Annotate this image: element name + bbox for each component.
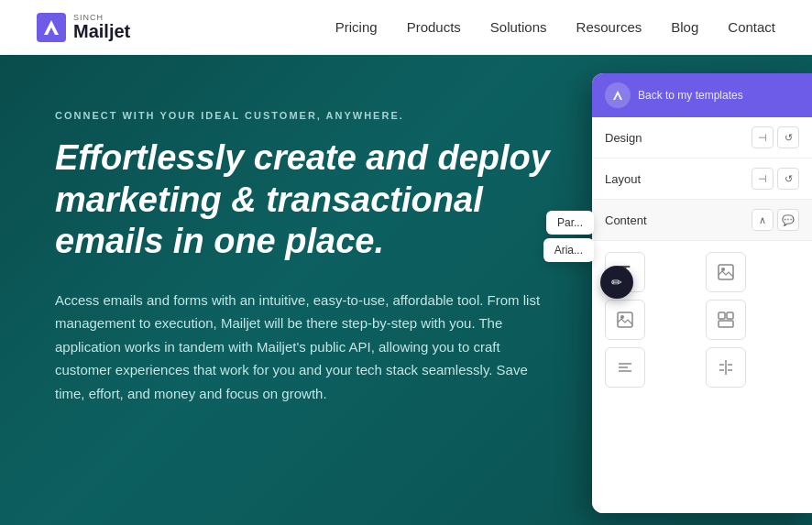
sidebar-item-content[interactable]: Content ∧ 💬 bbox=[592, 200, 812, 241]
hero-section: CONNECT WITH YOUR IDEAL CUSTOMER, ANYWHE… bbox=[0, 55, 812, 525]
tool-distribute-btn[interactable] bbox=[706, 347, 746, 388]
sidebar-content-controls: ∧ 💬 bbox=[752, 209, 799, 231]
tool-image-btn[interactable] bbox=[706, 252, 746, 292]
logo[interactable]: SINCH Mailjet bbox=[37, 13, 130, 42]
app-header: Back to my templates bbox=[592, 73, 812, 117]
svg-rect-7 bbox=[719, 312, 725, 319]
app-logo-icon bbox=[605, 82, 631, 108]
hero-eyebrow: CONNECT WITH YOUR IDEAL CUSTOMER, ANYWHE… bbox=[55, 110, 568, 121]
edit-button[interactable]: ✏ bbox=[600, 266, 633, 299]
nav-links: Pricing Products Solutions Resources Blo… bbox=[335, 19, 775, 35]
sidebar-item-layout[interactable]: Layout ⊣ ↺ bbox=[592, 159, 812, 200]
app-sidebar: Design ⊣ ↺ Layout ⊣ ↺ Content ∧ 💬 bbox=[592, 117, 812, 513]
sidebar-content-icon-1[interactable]: ∧ bbox=[752, 209, 774, 231]
logo-mailjet-label: Mailjet bbox=[73, 22, 130, 40]
sidebar-layout-icon-2[interactable]: ↺ bbox=[777, 168, 799, 190]
sidebar-design-controls: ⊣ ↺ bbox=[752, 126, 799, 148]
tool-align-btn[interactable] bbox=[605, 347, 645, 388]
sidebar-design-icon-1[interactable]: ⊣ bbox=[752, 126, 774, 148]
app-back-label[interactable]: Back to my templates bbox=[638, 89, 743, 102]
logo-text: SINCH Mailjet bbox=[73, 14, 130, 40]
app-tools-grid: T bbox=[592, 241, 812, 399]
nav-link-pricing[interactable]: Pricing bbox=[335, 19, 378, 35]
nav-link-products[interactable]: Products bbox=[407, 19, 461, 35]
nav-link-solutions[interactable]: Solutions bbox=[490, 19, 547, 35]
navbar: SINCH Mailjet Pricing Products Solutions… bbox=[0, 0, 812, 55]
sidebar-content-label: Content bbox=[605, 213, 647, 227]
nav-link-contact[interactable]: Contact bbox=[728, 19, 775, 35]
sidebar-design-label: Design bbox=[605, 131, 642, 145]
svg-point-4 bbox=[721, 268, 725, 271]
sidebar-layout-controls: ⊣ ↺ bbox=[752, 168, 799, 190]
nav-link-resources[interactable]: Resources bbox=[576, 19, 642, 35]
sidebar-layout-icon-1[interactable]: ⊣ bbox=[752, 168, 774, 190]
svg-rect-8 bbox=[727, 312, 733, 319]
tool-layout-btn[interactable] bbox=[706, 300, 746, 340]
sidebar-item-design[interactable]: Design ⊣ ↺ bbox=[592, 117, 812, 159]
svg-point-6 bbox=[620, 315, 624, 319]
sidebar-layout-label: Layout bbox=[605, 172, 641, 186]
logo-icon bbox=[37, 13, 66, 42]
nav-link-blog[interactable]: Blog bbox=[671, 19, 698, 35]
tool-image2-btn[interactable] bbox=[605, 300, 645, 340]
hero-body: Access emails and forms with an intuitiv… bbox=[55, 289, 550, 406]
svg-marker-2 bbox=[613, 91, 622, 100]
hero-title: Effortlessly create and deploy marketing… bbox=[55, 137, 568, 263]
svg-rect-9 bbox=[719, 321, 733, 327]
edit-icon: ✏ bbox=[611, 275, 622, 290]
sidebar-design-icon-2[interactable]: ↺ bbox=[777, 126, 799, 148]
sidebar-content-icon-2[interactable]: 💬 bbox=[777, 209, 799, 231]
hero-content: CONNECT WITH YOUR IDEAL CUSTOMER, ANYWHE… bbox=[55, 110, 568, 405]
